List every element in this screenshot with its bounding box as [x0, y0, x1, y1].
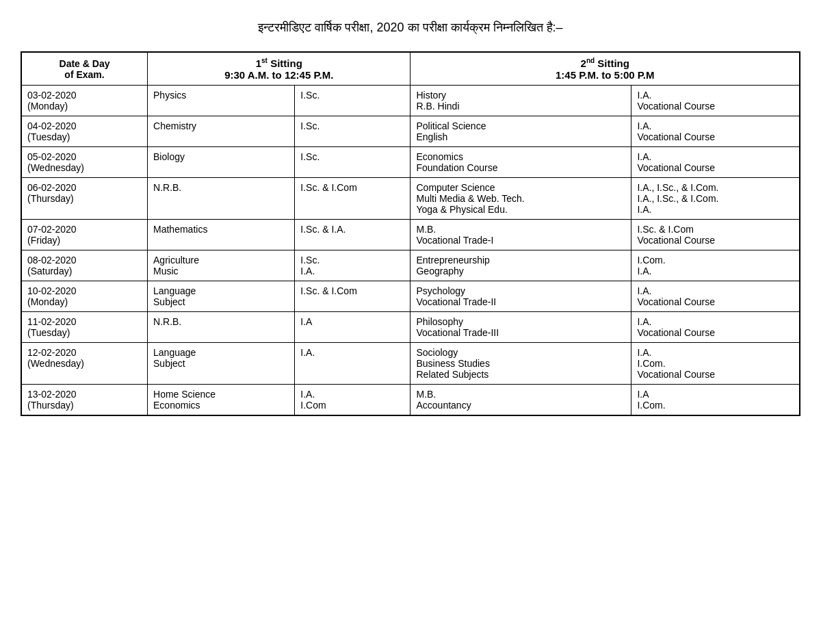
- table-row: 03-02-2020(Monday)PhysicsI.Sc.HistoryR.B…: [21, 86, 800, 116]
- cell-sitting1-courses: I.A: [295, 312, 410, 343]
- cell-sitting1-subjects: N.R.B.: [148, 178, 295, 220]
- cell-sitting2-subjects: Political ScienceEnglish: [410, 116, 631, 147]
- cell-date: 12-02-2020(Wednesday): [21, 343, 148, 385]
- cell-sitting2-subjects: M.B.Vocational Trade-I: [410, 220, 631, 250]
- header-sitting2: 2nd Sitting 1:45 P.M. to 5:00 P.M: [410, 52, 800, 86]
- cell-sitting2-courses: I.A.I.Com.Vocational Course: [631, 343, 800, 385]
- cell-sitting2-courses: I.A.Vocational Course: [631, 281, 800, 312]
- cell-sitting1-subjects: N.R.B.: [148, 312, 295, 343]
- table-row: 10-02-2020(Monday)LanguageSubjectI.Sc. &…: [21, 281, 800, 312]
- cell-sitting1-courses: I.A.I.Com: [295, 385, 410, 416]
- sitting2-number: 2: [581, 57, 586, 69]
- cell-sitting2-subjects: EntrepreneurshipGeography: [410, 250, 631, 281]
- cell-sitting2-courses: I.AI.Com.: [631, 385, 800, 416]
- table-row: 13-02-2020(Thursday)Home ScienceEconomic…: [21, 385, 800, 416]
- cell-sitting2-subjects: SociologyBusiness StudiesRelated Subject…: [410, 343, 631, 385]
- table-row: 04-02-2020(Tuesday)ChemistryI.Sc.Politic…: [21, 116, 800, 147]
- table-row: 07-02-2020(Friday)MathematicsI.Sc. & I.A…: [21, 220, 800, 250]
- header-sitting1: 1st Sitting 9:30 A.M. to 12:45 P.M.: [148, 52, 410, 86]
- cell-sitting1-courses: I.Sc. & I.Com: [295, 281, 410, 312]
- cell-sitting2-courses: I.A., I.Sc., & I.Com.I.A., I.Sc., & I.Co…: [631, 178, 800, 220]
- cell-sitting1-subjects: Biology: [148, 147, 295, 178]
- sitting2-sup: nd: [586, 57, 595, 64]
- cell-sitting2-courses: I.A.Vocational Course: [631, 147, 800, 178]
- table-container: Date & Day of Exam. 1st Sitting 9:30 A.M…: [21, 51, 800, 416]
- cell-sitting1-courses: I.Sc.: [295, 116, 410, 147]
- cell-sitting2-subjects: PhilosophyVocational Trade-III: [410, 312, 631, 343]
- cell-date: 04-02-2020(Tuesday): [21, 116, 148, 147]
- table-row: 11-02-2020(Tuesday)N.R.B.I.APhilosophyVo…: [21, 312, 800, 343]
- cell-sitting2-subjects: M.B.Accountancy: [410, 385, 631, 416]
- cell-date: 05-02-2020(Wednesday): [21, 147, 148, 178]
- cell-sitting1-courses: I.Sc. & I.A.: [295, 220, 410, 250]
- cell-sitting2-courses: I.A.Vocational Course: [631, 312, 800, 343]
- cell-sitting1-subjects: Chemistry: [148, 116, 295, 147]
- cell-date: 03-02-2020(Monday): [21, 86, 148, 116]
- cell-date: 08-02-2020(Saturday): [21, 250, 148, 281]
- cell-sitting1-subjects: LanguageSubject: [148, 343, 295, 385]
- page-title: इन्टरमीडिएट वार्षिक परीक्षा, 2020 का परी…: [14, 21, 807, 35]
- cell-date: 06-02-2020(Thursday): [21, 178, 148, 220]
- cell-sitting1-courses: I.Sc.: [295, 147, 410, 178]
- cell-date: 10-02-2020(Monday): [21, 281, 148, 312]
- cell-sitting1-subjects: LanguageSubject: [148, 281, 295, 312]
- cell-sitting1-courses: I.Sc.: [295, 86, 410, 116]
- cell-date: 13-02-2020(Thursday): [21, 385, 148, 416]
- cell-sitting2-subjects: EconomicsFoundation Course: [410, 147, 631, 178]
- cell-sitting1-courses: I.Sc.I.A.: [295, 250, 410, 281]
- table-row: 12-02-2020(Wednesday)LanguageSubjectI.A.…: [21, 343, 800, 385]
- header-date-line2: of Exam.: [64, 69, 104, 80]
- cell-sitting2-subjects: PsychologyVocational Trade-II: [410, 281, 631, 312]
- cell-date: 11-02-2020(Tuesday): [21, 312, 148, 343]
- cell-sitting2-courses: I.Com.I.A.: [631, 250, 800, 281]
- cell-sitting1-subjects: Mathematics: [148, 220, 295, 250]
- cell-sitting1-subjects: Physics: [148, 86, 295, 116]
- cell-sitting2-subjects: HistoryR.B. Hindi: [410, 86, 631, 116]
- table-row: 08-02-2020(Saturday)AgricultureMusicI.Sc…: [21, 250, 800, 281]
- header-date-line1: Date & Day: [60, 58, 110, 69]
- cell-sitting1-courses: I.Sc. & I.Com: [295, 178, 410, 220]
- cell-sitting2-subjects: Computer ScienceMulti Media & Web. Tech.…: [410, 178, 631, 220]
- table-row: 06-02-2020(Thursday)N.R.B.I.Sc. & I.ComC…: [21, 178, 800, 220]
- sitting2-time: 1:45 P.M. to 5:00 P.M: [556, 69, 655, 81]
- table-row: 05-02-2020(Wednesday)BiologyI.Sc.Economi…: [21, 147, 800, 178]
- exam-schedule-table: Date & Day of Exam. 1st Sitting 9:30 A.M…: [21, 51, 800, 416]
- sitting2-label: Sitting: [595, 57, 629, 69]
- header-date: Date & Day of Exam.: [21, 52, 148, 86]
- sitting1-time: 9:30 A.M. to 12:45 P.M.: [224, 69, 333, 81]
- cell-sitting1-courses: I.A.: [295, 343, 410, 385]
- cell-sitting2-courses: I.A.Vocational Course: [631, 116, 800, 147]
- cell-sitting1-subjects: AgricultureMusic: [148, 250, 295, 281]
- sitting1-number: 1: [256, 57, 261, 69]
- sitting1-sup: st: [261, 57, 268, 64]
- cell-sitting2-courses: I.Sc. & I.ComVocational Course: [631, 220, 800, 250]
- sitting1-label: Sitting: [268, 57, 302, 69]
- cell-sitting2-courses: I.A.Vocational Course: [631, 86, 800, 116]
- cell-date: 07-02-2020(Friday): [21, 220, 148, 250]
- cell-sitting1-subjects: Home ScienceEconomics: [148, 385, 295, 416]
